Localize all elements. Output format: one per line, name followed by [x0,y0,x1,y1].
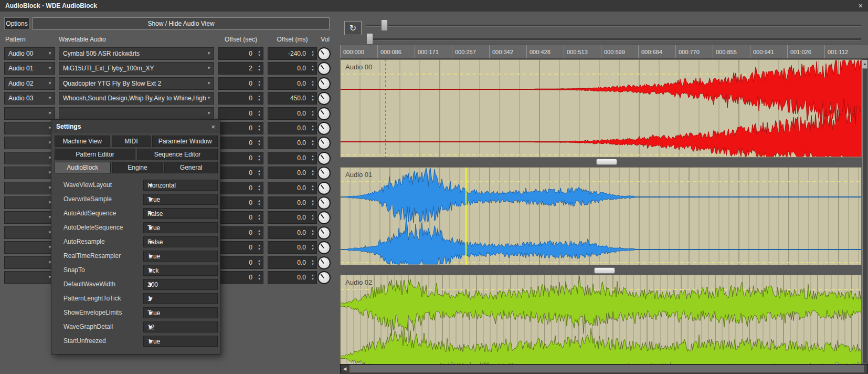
spinner-up-icon[interactable]: ▲ [258,244,261,247]
spinner-icons[interactable]: ▲▼ [311,95,314,102]
spinner-down-icon[interactable]: ▼ [258,143,261,147]
spinner-icons[interactable]: ▲▼ [311,199,314,206]
volume-knob[interactable] [317,137,331,150]
pattern-select[interactable]: ▼ [4,196,55,209]
setting-select[interactable]: True▼ [143,251,218,262]
spinner-icons[interactable]: ▲▼ [311,124,314,132]
spinner-down-icon[interactable]: ▼ [258,158,261,162]
spinner-down-icon[interactable]: ▼ [258,233,261,236]
volume-knob[interactable] [317,167,331,180]
refresh-button[interactable]: ↻ [344,21,362,35]
pattern-select[interactable]: ▼ [4,271,55,284]
spinner-up-icon[interactable]: ▲ [258,274,261,277]
offset-sec-field[interactable]: 0▲▼ [218,211,263,224]
setting-select[interactable]: False▼ [143,236,218,247]
window-close-icon[interactable]: × [859,2,863,10]
spinner-down-icon[interactable]: ▼ [258,128,261,132]
pattern-select[interactable]: ▼ [4,226,55,239]
volume-knob[interactable] [317,47,331,60]
spinner-icons[interactable]: ▲▼ [258,65,261,72]
spinner-down-icon[interactable]: ▼ [311,54,314,57]
tab-pattern-editor[interactable]: Pattern Editor [55,149,135,160]
setting-select[interactable]: False▼ [143,208,218,219]
spinner-up-icon[interactable]: ▲ [258,229,261,233]
offset-ms-field[interactable]: 0.0▲▼ [268,226,317,239]
setting-select[interactable]: 12▼ [143,321,218,333]
volume-knob[interactable] [317,62,331,75]
offset-sec-field[interactable]: 0▲▼ [218,107,263,120]
offset-ms-field[interactable]: 0.0▲▼ [268,77,317,90]
spinner-down-icon[interactable]: ▼ [258,68,261,72]
waveform-track-audio-01[interactable]: Audio 01 [340,167,862,265]
spinner-up-icon[interactable]: ▲ [311,274,314,277]
spinner-icons[interactable]: ▲▼ [258,80,261,87]
spinner-up-icon[interactable]: ▲ [258,95,261,98]
offset-ms-field[interactable]: 0.0▲▼ [268,107,317,120]
spinner-up-icon[interactable]: ▲ [311,229,314,233]
spinner-up-icon[interactable]: ▲ [311,154,314,158]
offset-ms-field[interactable]: 0.0▲▼ [268,122,317,134]
tab-engine[interactable]: Engine [112,162,163,173]
spinner-icons[interactable]: ▲▼ [258,259,261,266]
spinner-down-icon[interactable]: ▼ [311,113,314,117]
offset-sec-field[interactable]: 0▲▼ [218,167,263,179]
zoom-slider-thumb[interactable] [381,19,388,31]
spinner-up-icon[interactable]: ▲ [311,139,314,143]
spinner-down-icon[interactable]: ▼ [311,233,314,236]
waveform-track-audio-02[interactable]: Audio 02 [340,275,862,364]
tab-sequence-editor[interactable]: Sequence Editor [137,149,218,160]
offset-ms-field[interactable]: 0.0▲▼ [268,152,317,164]
spinner-down-icon[interactable]: ▼ [258,247,261,251]
volume-knob[interactable] [317,122,331,135]
setting-select[interactable]: Horizontal▼ [143,180,218,191]
spinner-icons[interactable]: ▲▼ [258,95,261,102]
wavetable-select[interactable]: Cymbal 505 ASR rückwärts▼ [59,47,214,60]
setting-select[interactable]: 1▼ [143,293,218,304]
spinner-icons[interactable]: ▲▼ [311,154,314,162]
spinner-up-icon[interactable]: ▲ [311,244,314,247]
offset-sec-field[interactable]: 0▲▼ [218,122,263,134]
spinner-down-icon[interactable]: ▼ [258,54,261,57]
spinner-icons[interactable]: ▲▼ [311,139,314,147]
offset-ms-field[interactable]: 0.0▲▼ [268,256,317,269]
spinner-up-icon[interactable]: ▲ [311,65,314,68]
spinner-down-icon[interactable]: ▼ [311,247,314,251]
setting-select[interactable]: Tick▼ [143,265,218,276]
offset-ms-field[interactable]: 0.0▲▼ [268,137,317,149]
offset-ms-field[interactable]: 0.0▲▼ [268,62,317,75]
offset-sec-field[interactable]: 0▲▼ [218,182,263,194]
spinner-icons[interactable]: ▲▼ [258,229,261,236]
spinner-up-icon[interactable]: ▲ [311,184,314,188]
spinner-up-icon[interactable]: ▲ [311,169,314,173]
spinner-icons[interactable]: ▲▼ [311,229,314,236]
spinner-down-icon[interactable]: ▼ [258,98,261,102]
offset-sec-field[interactable]: 0▲▼ [218,152,263,164]
spinner-down-icon[interactable]: ▼ [311,263,314,266]
spinner-up-icon[interactable]: ▲ [311,50,314,54]
setting-select[interactable]: True▼ [143,194,218,205]
spinner-down-icon[interactable]: ▼ [258,84,261,87]
volume-knob[interactable] [317,256,331,269]
spinner-icons[interactable]: ▲▼ [311,80,314,87]
spinner-up-icon[interactable]: ▲ [258,259,261,263]
spinner-down-icon[interactable]: ▼ [311,128,314,132]
spinner-up-icon[interactable]: ▲ [258,169,261,173]
spinner-up-icon[interactable]: ▲ [258,199,261,203]
offset-ms-field[interactable]: 0.0▲▼ [268,196,317,209]
spinner-icons[interactable]: ▲▼ [311,169,314,176]
volume-knob[interactable] [317,92,331,105]
spinner-icons[interactable]: ▲▼ [258,199,261,206]
track-scroll-handle-audio-00[interactable] [596,159,617,165]
spinner-up-icon[interactable]: ▲ [311,80,314,84]
volume-knob[interactable] [317,271,331,284]
spinner-icons[interactable]: ▲▼ [311,244,314,251]
spinner-down-icon[interactable]: ▼ [258,113,261,117]
spinner-up-icon[interactable]: ▲ [258,65,261,68]
pattern-select[interactable]: ▼ [4,211,55,224]
offset-ms-field[interactable]: 0.0▲▼ [268,211,317,224]
spinner-down-icon[interactable]: ▼ [258,217,261,221]
offset-sec-field[interactable]: 2▲▼ [218,62,263,75]
offset-ms-field[interactable]: 0.0▲▼ [268,271,317,284]
spinner-icons[interactable]: ▲▼ [311,259,314,266]
offset-ms-field[interactable]: -240.0▲▼ [268,47,317,60]
